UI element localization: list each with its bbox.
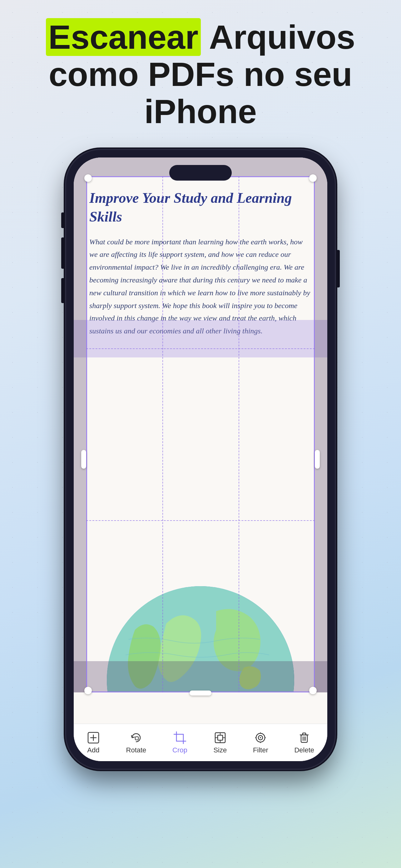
crop-label: Crop [172, 746, 188, 754]
toolbar-size[interactable]: Size [208, 728, 232, 757]
toolbar-add[interactable]: Add [82, 728, 105, 757]
highlight-word: Escanear [46, 18, 201, 56]
crop-handle-right-center[interactable] [315, 450, 320, 469]
volume-up-button [61, 244, 64, 269]
svg-point-20 [260, 737, 261, 738]
crop-border [86, 176, 315, 692]
header-title: Escanear Arquivos como PDFs no seu iPhon… [19, 19, 382, 130]
filter-icon [254, 731, 267, 744]
volume-down-button [61, 278, 64, 303]
phone-screen: Improve Your Study and Learning Skills W… [74, 157, 327, 761]
phone-device: Improve Your Study and Learning Skills W… [66, 150, 335, 769]
crop-handle-bottom-center[interactable] [190, 690, 211, 695]
svg-rect-6 [135, 737, 138, 740]
size-label: Size [213, 746, 227, 754]
header-section: Escanear Arquivos como PDFs no seu iPhon… [0, 19, 401, 130]
header-line3: iPhone [144, 92, 257, 130]
crop-grid-vertical-2 [239, 176, 239, 692]
dynamic-island [169, 165, 232, 181]
toolbar-delete[interactable]: Delete [289, 728, 319, 757]
crop-mask-right [315, 176, 327, 692]
toolbar-crop[interactable]: Crop [167, 728, 192, 757]
delete-icon [298, 731, 311, 744]
size-icon [213, 731, 227, 744]
crop-handle-left-center[interactable] [81, 450, 86, 469]
toolbar: Add Rotate [74, 724, 327, 761]
crop-icon [173, 731, 187, 744]
crop-handle-top-left[interactable] [84, 174, 92, 182]
filter-label: Filter [253, 746, 268, 754]
svg-rect-11 [176, 734, 183, 741]
crop-grid-horizontal-1 [86, 348, 315, 349]
crop-handle-top-right[interactable] [309, 174, 317, 182]
crop-grid-horizontal-2 [86, 520, 315, 521]
phone-frame: Improve Your Study and Learning Skills W… [66, 150, 335, 769]
crop-mask-left [74, 176, 86, 692]
screen-content: Improve Your Study and Learning Skills W… [74, 157, 327, 761]
toolbar-filter[interactable]: Filter [248, 728, 273, 757]
crop-handle-bottom-left[interactable] [84, 687, 92, 694]
svg-rect-13 [218, 735, 223, 740]
mute-button [61, 213, 64, 228]
add-icon [87, 731, 100, 744]
header-line2: como PDFs no seu [49, 55, 352, 93]
toolbar-rotate[interactable]: Rotate [121, 728, 152, 757]
header-line1-rest: Arquivos [201, 18, 355, 56]
delete-label: Delete [294, 746, 314, 754]
crop-grid-vertical-1 [162, 176, 163, 692]
crop-handle-bottom-right[interactable] [309, 687, 317, 694]
add-label: Add [87, 746, 99, 754]
rotate-label: Rotate [126, 746, 146, 754]
rotate-icon [130, 731, 143, 744]
